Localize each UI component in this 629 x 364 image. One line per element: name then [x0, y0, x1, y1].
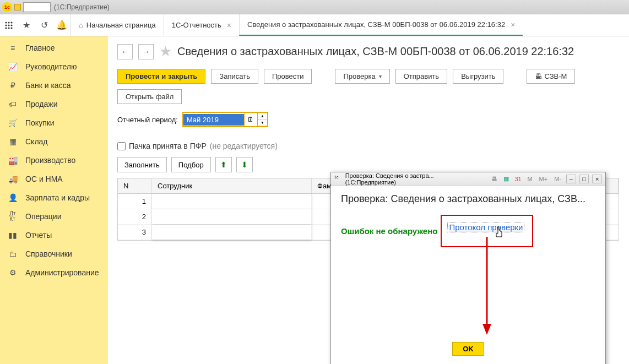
- post-button[interactable]: Провести: [264, 69, 312, 84]
- sidebar-item-reports[interactable]: ▮▮Отчеты: [0, 226, 107, 245]
- cart-icon: 🛒: [8, 118, 18, 128]
- m-minus-button[interactable]: M-: [552, 176, 563, 182]
- close-button[interactable]: ×: [592, 175, 602, 183]
- sidebar-item-label: Справочники: [25, 249, 72, 258]
- no-errors-text: Ошибок не обнаружено: [341, 226, 437, 236]
- post-and-close-button[interactable]: Провести и закрыть: [117, 69, 205, 84]
- check-button[interactable]: Проверка▾: [335, 69, 389, 84]
- app-menu-dropdown[interactable]: [14, 4, 21, 10]
- action-toolbar: Провести и закрыть Записать Провести Про…: [117, 69, 619, 104]
- close-icon[interactable]: ×: [511, 20, 515, 29]
- calendar-icon[interactable]: 🗓: [244, 113, 257, 126]
- col-employee[interactable]: Сотрудник: [152, 178, 312, 193]
- accepted-checkbox[interactable]: [117, 142, 126, 150]
- save-button[interactable]: Записать: [211, 69, 258, 84]
- ops-icon: ДтКт: [8, 211, 18, 221]
- print-szvm-label: СЗВ-М: [544, 72, 567, 80]
- apps-icon[interactable]: [3, 20, 14, 31]
- export-button[interactable]: Выгрузить: [453, 69, 503, 84]
- accepted-label: Пачка принята в ПФР: [129, 142, 207, 150]
- top-toolbar: ★ ↺ 🔔 ⌂ Начальная страница 1С-Отчетность…: [0, 14, 629, 36]
- print-icon[interactable]: 🖶: [490, 175, 498, 183]
- sidebar-item-label: Банк и касса: [25, 81, 71, 90]
- star-icon[interactable]: ★: [21, 20, 32, 31]
- sidebar-item-label: Операции: [25, 212, 62, 221]
- svg-point-4: [8, 24, 9, 26]
- home-icon: ⌂: [79, 21, 83, 29]
- sidebar-item-assets[interactable]: 🚚ОС и НМА: [0, 170, 107, 188]
- sidebar-item-manager[interactable]: 📈Руководителю: [0, 57, 107, 76]
- period-spinner[interactable]: ▲▼: [257, 113, 267, 126]
- svg-point-0: [5, 21, 7, 23]
- tab-document[interactable]: Сведения о застрахованных лицах, СЗВ-М 0…: [239, 14, 523, 36]
- cell-n: 2: [118, 209, 152, 224]
- history-icon[interactable]: ↺: [39, 20, 50, 31]
- calc-icon[interactable]: ▦: [502, 175, 511, 183]
- sidebar-item-catalogs[interactable]: 🗀Справочники: [0, 245, 107, 263]
- app-title-suffix: (1С:Предприятие): [54, 3, 110, 11]
- sidebar-item-label: ОС и НМА: [25, 175, 63, 183]
- tab-home-label: Начальная страница: [86, 21, 156, 29]
- accepted-hint: (не редактируется): [210, 142, 278, 150]
- open-file-button[interactable]: Открыть файл: [117, 89, 182, 104]
- chevron-down-icon: ▾: [379, 73, 382, 79]
- annotation-arrow: [480, 237, 494, 336]
- sidebar-item-manufacturing[interactable]: 🏭Производство: [0, 151, 107, 170]
- sidebar-item-label: Производство: [25, 156, 75, 165]
- maximize-button[interactable]: □: [579, 175, 589, 183]
- cell-employee[interactable]: [152, 194, 312, 209]
- svg-point-8: [10, 27, 12, 29]
- dialog-body: Проверка: Сведения о застрахованных лица…: [331, 186, 605, 364]
- period-input[interactable]: [183, 114, 244, 126]
- tab-reports-label: 1С-Отчетность: [172, 21, 221, 29]
- bell-icon[interactable]: 🔔: [56, 20, 67, 31]
- cell-employee[interactable]: [152, 225, 312, 240]
- db-name-box: [23, 2, 51, 12]
- svg-point-7: [8, 27, 9, 29]
- sidebar-item-label: Зарплата и кадры: [25, 193, 90, 202]
- move-up-button[interactable]: ⬆: [215, 157, 232, 172]
- tab-reports[interactable]: 1С-Отчетность ×: [164, 14, 239, 36]
- sidebar-item-bank[interactable]: ₽Банк и касса: [0, 76, 107, 95]
- print-szvm-button[interactable]: 🖶СЗВ-М: [527, 69, 575, 84]
- svg-point-5: [10, 24, 12, 26]
- favorite-star-icon[interactable]: ★: [159, 43, 172, 60]
- print-icon: 🖶: [535, 72, 542, 80]
- dialog-titlebar[interactable]: 1c Проверка: Сведения о застра... (1С:Пр…: [331, 172, 605, 186]
- sidebar-item-admin[interactable]: ⚙Администрирование: [0, 263, 107, 282]
- sidebar-item-warehouse[interactable]: ▦Склад: [0, 132, 107, 151]
- tab-home[interactable]: ⌂ Начальная страница: [71, 14, 164, 36]
- col-n[interactable]: N: [118, 178, 152, 193]
- sidebar-item-label: Отчеты: [25, 231, 52, 240]
- close-icon[interactable]: ×: [227, 21, 231, 30]
- back-button[interactable]: ←: [117, 44, 133, 59]
- sidebar-item-operations[interactable]: ДтКтОперации: [0, 207, 107, 226]
- accepted-checkbox-row: Пачка принята в ПФР (не редактируется): [117, 142, 619, 150]
- check-dialog: 1c Проверка: Сведения о застра... (1С:Пр…: [330, 172, 606, 364]
- send-button[interactable]: Отправить: [395, 69, 447, 84]
- sidebar-item-purchases[interactable]: 🛒Покупки: [0, 113, 107, 132]
- sidebar-item-main[interactable]: ≡Главное: [0, 39, 107, 57]
- fill-button[interactable]: Заполнить: [117, 157, 167, 172]
- app-icon: 1c: [334, 175, 342, 183]
- period-row: Отчетный период: 🗓 ▲▼: [117, 112, 619, 127]
- sidebar-item-sales[interactable]: 🏷Продажи: [0, 95, 107, 113]
- tab-document-label: Сведения о застрахованных лицах, СЗВ-М 0…: [247, 20, 505, 29]
- sidebar-item-salary[interactable]: 👤Зарплата и кадры: [0, 188, 107, 207]
- move-down-button[interactable]: ⬇: [236, 157, 253, 172]
- spin-down-icon[interactable]: ▼: [258, 119, 267, 126]
- spin-up-icon[interactable]: ▲: [258, 113, 267, 119]
- gear-icon: ⚙: [8, 268, 18, 278]
- minimize-button[interactable]: –: [566, 175, 576, 183]
- ok-button[interactable]: OK: [452, 342, 484, 356]
- dialog-window-title: Проверка: Сведения о застра... (1С:Предп…: [345, 172, 484, 186]
- protocol-link[interactable]: Протокол проверки: [447, 222, 524, 232]
- forward-button[interactable]: →: [138, 44, 154, 59]
- m-plus-button[interactable]: M+: [538, 176, 550, 182]
- cell-employee[interactable]: [152, 209, 312, 224]
- toolbar-icons: ★ ↺ 🔔: [0, 14, 71, 36]
- calendar-icon[interactable]: 31: [514, 175, 523, 183]
- m-button[interactable]: M: [525, 176, 534, 182]
- pick-button[interactable]: Подбор: [171, 157, 211, 172]
- svg-point-2: [10, 21, 12, 23]
